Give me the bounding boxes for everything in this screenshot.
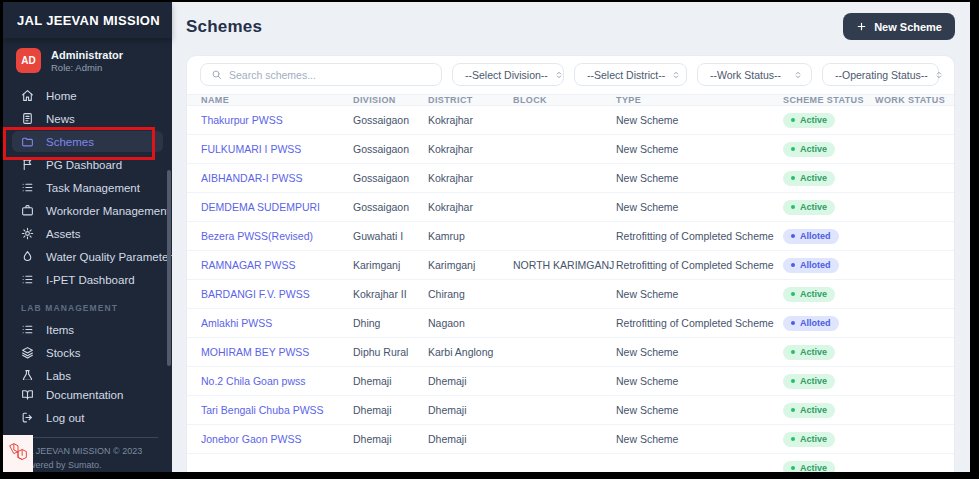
scheme-status-badge: Active [783, 374, 835, 389]
sidebar-item-label: Log out [46, 412, 84, 424]
scheme-name-link[interactable]: AIBHANDAR-I PWSS [187, 172, 353, 184]
status-dot-icon [791, 379, 795, 383]
cell-division: Diphu Rural [353, 346, 428, 358]
sidebar-item-label: Assets [46, 228, 81, 240]
cell-district: Dhemaji [428, 404, 513, 416]
cell-scheme-status: Active [783, 170, 875, 186]
cell-district: Kokrajhar [428, 114, 513, 126]
scheme-name-link[interactable]: Thakurpur PWSS [187, 114, 353, 126]
cell-district: Kokrajhar [428, 172, 513, 184]
scheme-name-link[interactable]: Jonebor Gaon PWSS [187, 433, 353, 445]
cell-scheme-status: Active [783, 344, 875, 360]
scheme-name-link[interactable]: BARDANGI F.V. PWSS [187, 288, 353, 300]
news-icon [21, 112, 34, 125]
cell-division: Karimganj [353, 259, 428, 271]
sidebar-item-label: Stocks [46, 347, 81, 359]
table-row: RAMNAGAR PWSSKarimganjKarimganjNORTH KAR… [187, 251, 954, 280]
cell-type: New Scheme [616, 114, 783, 126]
table-row: FULKUMARI I PWSSGossaigaonKokrajharNew S… [187, 135, 954, 164]
cell-scheme-status: Alloted [783, 228, 875, 244]
sidebar-item-labs[interactable]: Labs [12, 365, 163, 380]
sidebar-item-workorder-management[interactable]: Workorder Management [12, 200, 163, 221]
avatar: AD [16, 48, 41, 73]
status-label: Active [800, 376, 827, 386]
status-label: Active [800, 434, 827, 444]
search-input[interactable] [229, 69, 431, 81]
cell-scheme-status: Active [783, 199, 875, 215]
briefcase-icon [21, 204, 34, 217]
sidebar-item-home[interactable]: Home [12, 85, 163, 106]
scheme-name-link[interactable]: RAMNAGAR PWSS [187, 259, 353, 271]
sidebar-item-water-quality-parameters[interactable]: Water Quality Parameters [12, 246, 163, 267]
cell-district: Kamrup [428, 230, 513, 242]
table-row: Bezera PWSS(Revised)Guwahati IKamrupRetr… [187, 222, 954, 251]
status-dot-icon [791, 234, 795, 238]
status-label: Active [800, 463, 827, 472]
cell-scheme-status: Active [783, 112, 875, 128]
scheme-status-badge: Active [783, 171, 835, 186]
district-select[interactable]: --Select District-- [574, 63, 687, 86]
cell-scheme-status: Active [783, 286, 875, 302]
scheme-name-link[interactable]: FULKUMARI I PWSS [187, 143, 353, 155]
list-icon [21, 273, 34, 286]
operating-status-select[interactable]: --Operating Status-- [822, 63, 939, 86]
cell-scheme-status: Active [783, 431, 875, 447]
work-status-select[interactable]: --Work Status-- [697, 63, 812, 86]
sidebar-item-label: Home [46, 90, 77, 102]
scheme-name-link[interactable]: No.2 Chila Goan pwss [187, 375, 353, 387]
table-row: AIBHANDAR-I PWSSGossaigaonKokrajharNew S… [187, 164, 954, 193]
droplet-icon [21, 250, 34, 263]
sidebar-item-i-pet-dashboard[interactable]: I-PET Dashboard [12, 269, 163, 290]
search-box [200, 63, 442, 86]
sidebar-item-label: Documentation [46, 389, 123, 401]
scheme-name-link[interactable]: Amlakhi PWSS [187, 317, 353, 329]
sidebar-item-stocks[interactable]: Stocks [12, 342, 163, 363]
cell-type: Retrofitting of Completed Scheme [616, 259, 783, 271]
scheme-name-link[interactable]: Bezera PWSS(Revised) [187, 230, 353, 242]
sidebar-item-items[interactable]: Items [12, 319, 163, 340]
cell-division: Dhemaji [353, 375, 428, 387]
cell-type: New Scheme [616, 143, 783, 155]
sidebar: JAL JEEVAN MISSION AD Administrator Role… [3, 2, 172, 472]
sidebar-item-log-out[interactable]: Log out [12, 407, 163, 428]
sidebar-item-label: News [46, 113, 75, 125]
scheme-name-link[interactable]: DEMDEMA SUDEMPURI [187, 201, 353, 213]
scheme-status-badge: Active [783, 142, 835, 157]
user-profile: AD Administrator Role: Admin [3, 38, 172, 81]
scheme-status-badge: Active [783, 461, 835, 472]
new-scheme-button[interactable]: New Scheme [843, 13, 955, 40]
book-icon [21, 388, 34, 401]
laravel-logo-badge [3, 435, 33, 472]
cell-scheme-status: Active [783, 460, 875, 472]
status-label: Active [800, 144, 827, 154]
sidebar-scrollbar[interactable] [167, 170, 171, 366]
status-dot-icon [791, 118, 795, 122]
status-dot-icon [791, 350, 795, 354]
sidebar-item-schemes[interactable]: Schemes [12, 131, 163, 152]
scheme-status-badge: Alloted [783, 258, 839, 273]
table-row: Amlakhi PWSSDhingNagaonRetrofitting of C… [187, 309, 954, 338]
scheme-name-link[interactable]: MOHIRAM BEY PWSS [187, 346, 353, 358]
sidebar-item-task-management[interactable]: Task Management [12, 177, 163, 198]
column-header-scheme-status: SCHEME STATUS [783, 95, 875, 105]
cell-district: Kokrajhar [428, 143, 513, 155]
sidebar-item-news[interactable]: News [12, 108, 163, 129]
cell-division: Kokrajhar II [353, 288, 428, 300]
user-name: Administrator [51, 49, 123, 61]
cell-scheme-status: Active [783, 402, 875, 418]
scheme-status-badge: Active [783, 287, 835, 302]
scheme-status-badge: Active [783, 403, 835, 418]
sidebar-section-label: LAB MANAGEMENT [12, 292, 163, 319]
division-select[interactable]: --Select Division-- [452, 63, 564, 86]
column-header-type: TYPE [616, 95, 783, 105]
status-label: Active [800, 347, 827, 357]
sidebar-item-documentation[interactable]: Documentation [12, 384, 163, 405]
column-header-block: BLOCK [513, 95, 616, 105]
scheme-name-link[interactable]: Tari Bengali Chuba PWSS [187, 404, 353, 416]
chevron-up-down-icon [793, 70, 803, 80]
cell-division: Dhing [353, 317, 428, 329]
sidebar-item-assets[interactable]: Assets [12, 223, 163, 244]
work-status-select-label: --Work Status-- [710, 69, 781, 81]
sidebar-item-pg-dashboard[interactable]: PG Dashboard [12, 154, 163, 175]
scheme-status-badge: Active [783, 113, 835, 128]
